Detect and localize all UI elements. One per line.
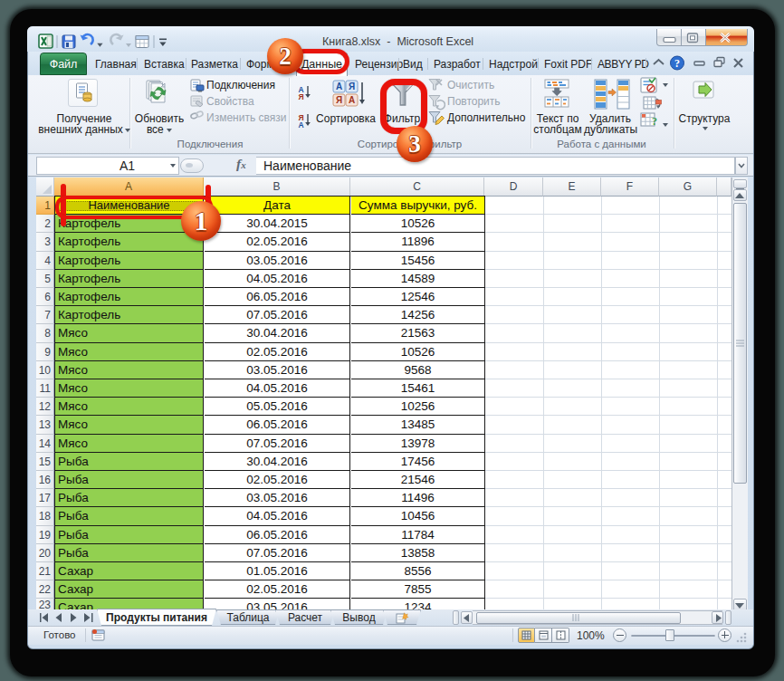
svg-text:Я: Я — [298, 92, 303, 100]
svg-text:А: А — [336, 82, 342, 91]
svg-text:?: ? — [652, 115, 657, 128]
svg-text:А: А — [298, 120, 303, 128]
svg-text:Я: Я — [349, 82, 355, 91]
svg-text:А: А — [349, 95, 355, 105]
svg-text:?: ? — [674, 57, 680, 70]
svg-text:Я: Я — [336, 95, 342, 105]
